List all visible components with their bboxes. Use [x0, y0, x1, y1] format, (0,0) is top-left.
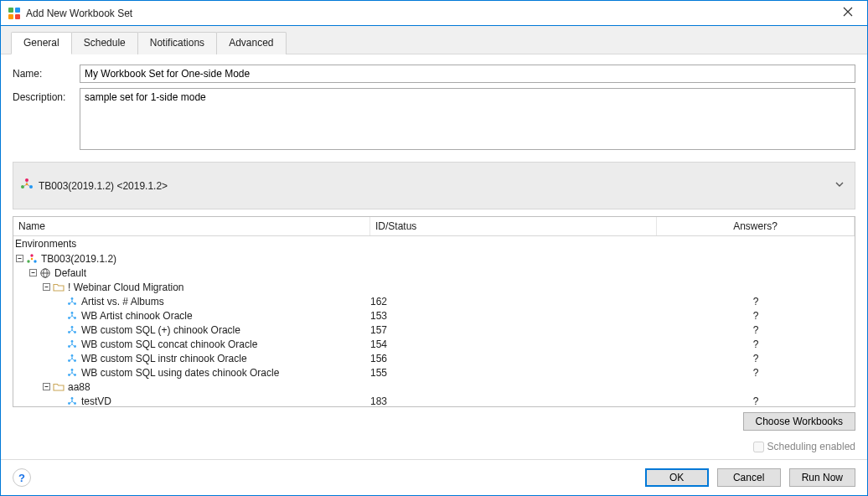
tree-row[interactable]: WB Artist chinook Oracle153? [13, 308, 855, 323]
tree-cell-id: 153 [370, 310, 657, 322]
close-icon [843, 7, 853, 19]
button-label: Cancel [733, 472, 764, 483]
svg-point-4 [25, 178, 28, 182]
tree-cell-answers: ? [657, 367, 855, 379]
tree-row[interactable]: WB custom SQL (+) chinook Oracle157? [13, 323, 855, 337]
tree-cell-name: TB003(2019.1.2) [13, 252, 370, 266]
tree-cell-id: 156 [370, 353, 657, 364]
workbook-icon [65, 395, 79, 407]
tree-row[interactable]: WB custom SQL instr chinook Oracle156? [13, 351, 855, 365]
tab-notifications[interactable]: Notifications [137, 32, 217, 54]
close-button[interactable] [829, 1, 867, 26]
tree-expander-none [54, 353, 65, 364]
choose-workbooks-button[interactable]: Choose Workbooks [743, 412, 856, 431]
tree-row[interactable]: testVD183? [13, 394, 855, 406]
tree-node-label: WB custom SQL using dates chinook Oracle [81, 367, 279, 379]
help-button[interactable]: ? [13, 468, 31, 487]
tab-label: Schedule [84, 37, 126, 49]
tree-node-label: aa88 [68, 381, 90, 393]
tree-row[interactable]: Default [13, 266, 855, 280]
help-icon: ? [18, 472, 25, 484]
tree-cell-name: WB custom SQL instr chinook Oracle [13, 352, 370, 365]
tree-row[interactable]: ! Webinar Cloud Migration [13, 280, 855, 294]
tree-cell-name: Artist vs. # Albums [13, 295, 370, 308]
environments-label: Environments [13, 236, 855, 251]
svg-rect-3 [15, 14, 20, 19]
tab-advanced[interactable]: Advanced [216, 32, 286, 54]
col-id[interactable]: ID/Status [370, 217, 657, 235]
ok-button[interactable]: OK [645, 468, 709, 487]
tree-node-label: WB custom SQL concat chinook Oracle [81, 338, 257, 350]
tree-cell-id: 183 [370, 395, 657, 407]
dialog-footer: ? OK Cancel Run Now [1, 459, 867, 495]
folder-icon [52, 281, 65, 294]
workbook-icon [65, 309, 79, 323]
tab-label: General [23, 37, 59, 49]
tree-row[interactable]: WB custom SQL using dates chinook Oracle… [13, 365, 855, 380]
titlebar: Add New Workbook Set [1, 1, 867, 26]
cancel-button[interactable]: Cancel [717, 468, 781, 487]
tree-expander-none [54, 367, 65, 379]
name-input[interactable] [80, 65, 855, 83]
tree-node-label: ! Webinar Cloud Migration [68, 282, 184, 293]
description-input[interactable]: sample set for 1-side mode [80, 88, 855, 150]
col-answers[interactable]: Answers? [657, 217, 855, 235]
tab-general[interactable]: General [11, 32, 72, 54]
tree-header: Name ID/Status Answers? [13, 217, 855, 236]
scheduling-checkbox-input[interactable] [753, 442, 764, 452]
tree-node-label: TB003(2019.1.2) [41, 253, 116, 265]
tree-node-label: Default [54, 267, 86, 279]
tree-expander[interactable] [13, 253, 25, 265]
tree-cell-name: Default [13, 266, 370, 280]
col-name[interactable]: Name [13, 217, 370, 235]
tree-cell-answers: ? [657, 296, 855, 307]
tree-expander-none [54, 324, 65, 336]
tree-expander[interactable] [40, 381, 52, 393]
tree-expander-none [54, 310, 65, 322]
workbook-icon [65, 366, 79, 380]
tree-cell-answers: ? [657, 338, 855, 350]
workbook-icon [65, 352, 79, 365]
app-icon [8, 7, 21, 20]
tree-cell-answers: ? [657, 353, 855, 364]
workbook-icon [65, 323, 79, 337]
tree-node-label: WB custom SQL instr chinook Oracle [81, 353, 247, 364]
tree-cell-id: 157 [370, 324, 657, 336]
tree-row[interactable]: TB003(2019.1.2) [13, 251, 855, 266]
svg-point-6 [29, 185, 33, 189]
tree-body[interactable]: Environments TB003(2019.1.2)Default! Web… [13, 236, 855, 406]
tree-expander[interactable] [27, 267, 39, 279]
chevron-down-icon [834, 179, 845, 192]
tree-expander-none [54, 296, 65, 307]
tree-row[interactable]: aa88 [13, 380, 855, 394]
button-label: Run Now [802, 472, 843, 483]
server-picker[interactable]: TB003(2019.1.2) <2019.1.2> [13, 162, 855, 209]
svg-rect-0 [8, 8, 13, 13]
tree-cell-name: WB custom SQL using dates chinook Oracle [13, 366, 370, 380]
tree-row[interactable]: WB custom SQL concat chinook Oracle154? [13, 337, 855, 351]
description-row: Description: sample set for 1-side mode [13, 88, 855, 150]
tree-node-label: WB custom SQL (+) chinook Oracle [81, 324, 240, 336]
description-label: Description: [13, 88, 80, 150]
tree-expander[interactable] [40, 282, 52, 293]
tree-cell-id: 154 [370, 338, 657, 350]
tree-cell-name: WB custom SQL concat chinook Oracle [13, 338, 370, 351]
svg-rect-1 [15, 8, 20, 13]
name-label: Name: [13, 65, 80, 83]
folder-icon [52, 380, 65, 394]
window-title: Add New Workbook Set [26, 8, 132, 19]
tree-cell-name: WB Artist chinook Oracle [13, 309, 370, 323]
tree-node-label: testVD [81, 395, 111, 407]
tree-cell-name: aa88 [13, 380, 370, 394]
tree-cell-id: 162 [370, 296, 657, 307]
workbook-icon [65, 295, 79, 308]
scheduling-enabled-checkbox[interactable]: Scheduling enabled [753, 441, 855, 452]
run-now-button[interactable]: Run Now [789, 468, 855, 487]
tree-cell-id: 155 [370, 367, 657, 379]
tree-row[interactable]: Artist vs. # Albums162? [13, 294, 855, 308]
tree-node-label: Artist vs. # Albums [81, 296, 164, 307]
tab-schedule[interactable]: Schedule [71, 32, 138, 54]
tab-label: Advanced [229, 37, 273, 49]
tree-expander-none [54, 338, 65, 350]
workbook-tree: Name ID/Status Answers? Environments TB0… [13, 216, 855, 407]
